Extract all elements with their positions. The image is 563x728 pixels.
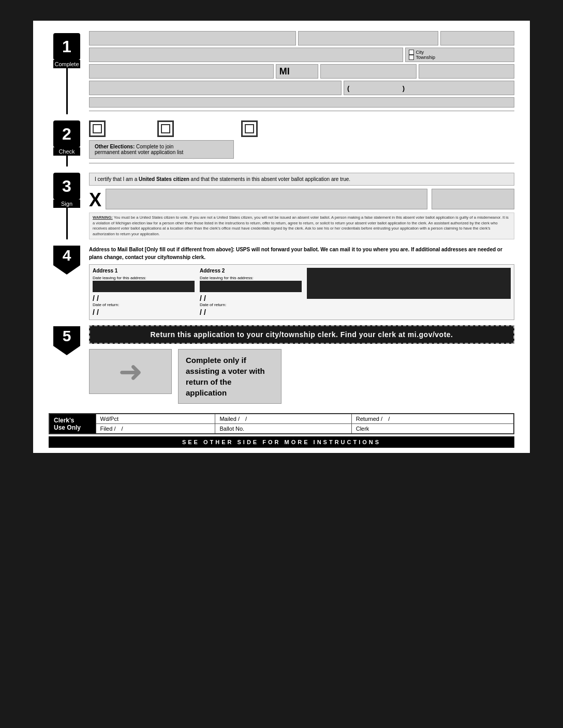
step2-label: Check [53, 147, 80, 156]
step4-arrow-col: 4 Other [49, 244, 85, 320]
suffix-field[interactable] [440, 31, 514, 46]
date-leaving-label-1: Date leaving for this address: [93, 276, 195, 280]
checkbox-group-2 [157, 120, 174, 137]
address2-input[interactable] [200, 281, 302, 292]
other-elections-box: Other Elections: Complete to join perman… [89, 140, 234, 159]
township-checkbox[interactable] [409, 55, 414, 60]
township-option[interactable]: Township [409, 55, 511, 60]
checkbox-icon-3[interactable] [241, 120, 258, 137]
filed-cell[interactable]: Filed / / [96, 424, 215, 434]
address-bracket: [Only fill out if different from above]: [145, 247, 234, 252]
ballot-no-cell[interactable]: Ballot No. [215, 424, 351, 434]
address-col-3 [307, 268, 511, 316]
step1-label: Complete [53, 60, 80, 68]
step5-banner: Return this application to your city/tow… [89, 325, 514, 344]
other-elections-sub: permanent absent voter application list [95, 149, 228, 155]
state-field: MI [276, 64, 319, 79]
address-extra-input[interactable] [307, 268, 511, 299]
zip-field[interactable] [320, 64, 416, 79]
clerks-label: Clerk's Use Only [49, 414, 96, 434]
address-columns: Address 1 Date leaving for this address:… [89, 264, 514, 320]
phone-close: ) [403, 84, 405, 92]
step2-number: 2 [53, 120, 80, 147]
address1-label: Address 1 [93, 268, 195, 274]
address1-input[interactable] [93, 281, 195, 292]
warning-label: WARNING: [93, 215, 113, 220]
city-option[interactable]: City [409, 50, 511, 55]
township-label: Township [416, 55, 436, 60]
warning-block: WARNING: You must be a United States cit… [89, 213, 514, 239]
address-mail-header: Address to Mail Ballot [Only fill out if… [89, 246, 514, 261]
phone-field[interactable]: ( ) [344, 81, 514, 95]
mi-field[interactable] [298, 31, 438, 46]
extra-field[interactable] [419, 64, 514, 79]
step5-number: 5 [53, 326, 80, 346]
date-return-2: / / [200, 308, 302, 316]
address-bold: Address to Mail Ballot [89, 247, 143, 252]
mailed-cell[interactable]: Mailed / / [215, 414, 351, 424]
x-mark: X [89, 191, 101, 209]
date-return-label-2: Date of return: [200, 302, 302, 307]
complete-assisting-box: Complete only if assisting a voter with … [178, 349, 282, 404]
footer-bar: SEE OTHER SIDE FOR MORE INSTRUCTIONS [49, 436, 514, 448]
checkbox-icon-2[interactable] [157, 120, 174, 137]
city-label: City [416, 50, 424, 55]
name-field[interactable] [89, 31, 296, 46]
clerks-table: Clerk's Use Only Wd/Pct Mailed / / Retur… [49, 413, 514, 434]
city-field[interactable] [89, 64, 274, 79]
date-leaving-label-2: Date leaving for this address: [200, 276, 302, 280]
checkbox-icon-1[interactable] [89, 120, 106, 137]
clerk-cell[interactable]: Clerk [351, 424, 514, 434]
address-col-2: Address 2 Date leaving for this address:… [200, 268, 302, 316]
checkbox-group-1 [89, 120, 106, 137]
other-elections-text: Complete to join [136, 144, 173, 149]
wd-pct-cell[interactable]: Wd/Pct [96, 414, 215, 424]
step3-label: Sign [53, 200, 80, 208]
step4-label: Other [60, 276, 74, 282]
warning-body: You must be a United States citizen to v… [93, 215, 509, 236]
certify-text: I certify that I am a United States citi… [89, 173, 514, 186]
checkbox-group-3 [241, 120, 258, 137]
date-signed-field[interactable] [432, 189, 514, 209]
step5-arrow-col: 5 Return [49, 324, 85, 409]
arrow-illustration: ➜ [89, 349, 172, 394]
arrow-right-icon: ➜ [118, 355, 143, 388]
returned-cell[interactable]: Returned / / [351, 414, 514, 424]
other-elections-bold: Other Elections: [95, 144, 135, 149]
certify-post: and that the statements in this absent v… [189, 176, 350, 182]
dob-field[interactable] [89, 81, 342, 95]
step5-label: Return [58, 356, 75, 362]
date-return-label-1: Date of return: [93, 302, 195, 307]
signature-field[interactable] [106, 189, 427, 209]
step3-number: 3 [53, 173, 80, 200]
email-field[interactable] [89, 97, 514, 108]
city-checkbox[interactable] [409, 50, 414, 55]
address2-label: Address 2 [200, 268, 302, 274]
address-col-1: Address 1 Date leaving for this address:… [93, 268, 195, 316]
certify-bold: United States citizen [139, 176, 189, 182]
date-leaving-2: / / [200, 294, 302, 302]
date-leaving-1: / / [93, 294, 195, 302]
complete-assisting-text: Complete only if assisting a voter with … [186, 355, 274, 398]
step1-number: 1 [53, 33, 80, 60]
phone-open: ( [347, 84, 349, 92]
date-return-1: / / [93, 308, 195, 316]
address-field[interactable] [89, 48, 403, 62]
step4-number: 4 [53, 246, 80, 265]
certify-pre: I certify that I am a [95, 176, 139, 182]
